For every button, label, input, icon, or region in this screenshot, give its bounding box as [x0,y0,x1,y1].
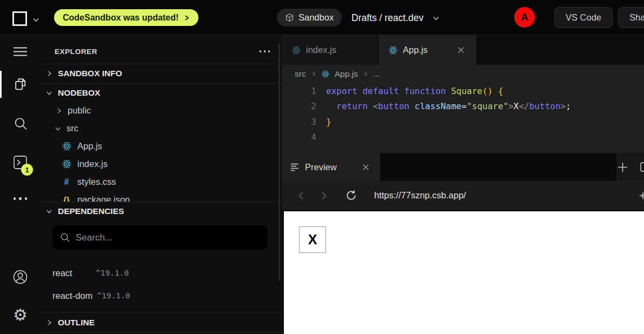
line-number: 3 [282,117,316,127]
square-button[interactable]: X [299,226,326,253]
topbar: CodeSandbox was updated! Sandbox Drafts … [0,0,644,35]
react-file-icon [388,45,398,55]
chevron-down-icon [55,125,61,132]
sparkle-icon[interactable] [638,191,644,203]
tab-index-js[interactable]: index.js [282,35,379,65]
code-token: } [326,117,331,127]
editor-pane: index.js App.js src App.js ... [282,35,644,153]
sidebar-scrollbar[interactable] [278,43,280,281]
explorer-files-icon[interactable] [0,77,41,92]
code-line: 3 } [282,114,644,130]
chevron-right-icon [363,71,368,77]
line-number: 1 [282,86,316,96]
folder-public[interactable]: public [41,102,282,119]
chevron-down-icon [46,208,52,215]
code-token: "square" [467,101,508,111]
code-token: className [415,101,462,111]
preview-header: Preview [282,153,644,181]
file-app-js[interactable]: App.js [41,137,282,155]
terminal-icon[interactable] [0,155,41,170]
dependency-react[interactable]: react ^19.1.0 [52,265,269,281]
tab-app-js[interactable]: App.js [379,35,476,65]
section-nodebox[interactable]: NODEBOX [41,84,282,102]
code-editor[interactable]: 1 export default function Square() { 2 r… [282,83,644,153]
react-file-icon [61,159,72,169]
breadcrumb-dir[interactable]: src [295,69,306,79]
vscode-button[interactable]: VS Code [554,7,613,28]
react-file-icon [291,45,301,55]
layout-icon[interactable] [640,162,644,172]
divider [41,202,282,202]
code-line: 2 return <button className="square">X</b… [282,99,644,115]
section-sandbox-info[interactable]: SANDBOX INFO [41,64,282,82]
refresh-icon[interactable] [342,186,360,204]
divider [41,332,282,332]
back-chevron-icon[interactable] [294,188,309,203]
preview-content: X [282,210,644,334]
code-token: > [561,101,566,111]
explorer-more-ellipsis-icon[interactable] [257,47,273,56]
menu-hamburger-icon[interactable] [0,46,41,57]
preview-tab-strip [380,153,616,181]
editor-breadcrumb[interactable]: src App.js ... [282,65,644,83]
forward-chevron-icon[interactable] [316,188,331,203]
sandbox-badge[interactable]: Sandbox [277,9,342,26]
code-token [326,101,336,111]
workspace-menu-chevron-down-icon[interactable] [32,16,39,25]
account-icon[interactable] [0,269,41,285]
section-label: OUTLINE [58,318,95,328]
dependency-name: react [52,268,91,278]
code-token: > [508,101,514,111]
file-styles-css[interactable]: # styles.css [41,173,282,191]
explorer-sidebar: EXPLORER SANDBOX INFO NODEBOX public src… [41,35,282,334]
terminal-count-badge[interactable]: 1 [21,164,33,176]
line-number: 4 [282,132,316,142]
tab-label: index.js [306,45,336,55]
close-preview-icon[interactable] [360,162,371,173]
dependency-search-input[interactable] [76,232,260,243]
code-token: < [373,101,379,111]
code-token: Square [451,86,482,96]
dependency-react-dom[interactable]: react-dom ^19.1.0 [52,288,269,304]
code-token: export default function [326,86,451,96]
workspace-breadcrumb-label: Drafts / react.dev [351,12,423,24]
breadcrumb-chevron-down-icon [433,15,440,22]
css-hash-icon: # [61,177,72,187]
update-banner-button[interactable]: CodeSandbox was updated! [54,9,198,26]
line-number: 2 [282,101,316,111]
code-token: ; [566,101,571,111]
file-index-js[interactable]: index.js [41,155,282,173]
tab-label: App.js [403,45,428,55]
avatar[interactable]: A [514,7,535,28]
code-token [409,101,415,111]
folder-label: src [67,123,78,133]
codesandbox-logo-icon[interactable] [12,11,27,26]
breadcrumb-file[interactable]: App.js [335,69,358,79]
breadcrumb-more[interactable]: ... [373,69,380,79]
code-token: return [336,101,368,111]
section-dependencies[interactable]: DEPENDENCIES [41,202,282,220]
banner-chevron-right-icon [183,15,190,21]
section-outline[interactable]: OUTLINE [41,313,282,331]
settings-gear-icon[interactable]: ⚙ [0,307,41,323]
dependency-version: ^19.1.0 [96,269,129,277]
code-token: () [482,86,493,96]
search-icon[interactable] [0,116,41,131]
search-icon [60,232,70,243]
workspace-breadcrumb[interactable]: Drafts / react.dev [351,10,440,26]
close-tab-icon[interactable] [455,44,467,56]
code-token: button [529,101,561,111]
dependency-search[interactable] [52,225,268,250]
more-actions-ellipsis-icon[interactable] [0,197,41,200]
folder-src[interactable]: src [41,119,282,137]
preview-list-icon [290,163,299,171]
chevron-right-icon [46,319,52,326]
react-file-icon [321,70,330,78]
preview-url[interactable]: https://77sznp.csb.app/ [374,190,466,201]
preview-tab[interactable]: Preview [282,153,380,181]
section-label: SANDBOX INFO [58,69,122,78]
chevron-right-icon [46,70,52,77]
share-button[interactable]: Share [618,7,644,28]
add-preview-plus-icon[interactable] [617,162,628,173]
code-line: 4 [282,130,644,145]
